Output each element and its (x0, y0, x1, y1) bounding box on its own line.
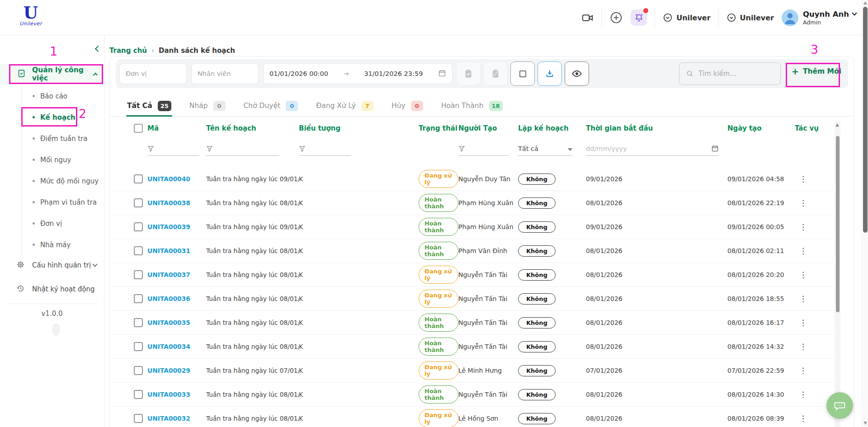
breadcrumb-home[interactable]: Trang chủ (109, 47, 147, 55)
plan-code-link[interactable]: UNITA00035 (147, 319, 206, 326)
plan-code-link[interactable]: UNITA00032 (147, 415, 206, 422)
download-button[interactable] (538, 61, 562, 86)
table-row[interactable]: UNITA00031 Tuần tra hằng ngày lúc 08/01/… (110, 239, 833, 263)
plan-code-link[interactable]: UNITA00029 (147, 367, 206, 374)
sidebar-item[interactable]: Đơn vị (22, 213, 104, 234)
row-checkbox[interactable] (134, 342, 143, 351)
plan-code-link[interactable]: UNITA00038 (147, 199, 206, 206)
plan-code-link[interactable]: UNITA00037 (147, 271, 206, 278)
calendar-icon[interactable] (438, 69, 446, 79)
sidebar-group-work-management[interactable]: Quản lý công việc (0, 64, 104, 84)
col-header-repeat[interactable]: Lặp kế hoạch (518, 124, 586, 132)
row-checkbox[interactable] (134, 390, 143, 399)
col-header-created[interactable]: Ngày tạo (727, 124, 795, 132)
sidebar-item[interactable]: Nhà máy (22, 234, 104, 255)
chat-fab-button[interactable] (826, 392, 853, 419)
sidebar-item[interactable]: Mối nguy (22, 149, 104, 170)
name-column-filter[interactable] (206, 139, 279, 156)
row-checkbox[interactable] (134, 174, 143, 183)
col-header-code[interactable]: Mã (147, 124, 206, 132)
col-header-name[interactable]: Tên kế hoạch (206, 124, 299, 132)
select-all-checkbox[interactable] (134, 124, 143, 133)
page-scrollbar-thumb[interactable] (863, 7, 868, 233)
row-checkbox[interactable] (134, 366, 143, 375)
user-menu[interactable]: Quynh Anh Admin (782, 9, 856, 26)
sidebar-item[interactable]: Điểm tuần tra (22, 128, 104, 149)
search-input[interactable]: Tìm kiếm... (679, 62, 781, 85)
sidebar-item-admin-config[interactable]: Cấu hình quản trị (0, 255, 104, 276)
kebab-menu-icon[interactable]: ⋮ (795, 246, 833, 255)
sidebar-item[interactable]: Mức độ mối nguy (22, 170, 104, 192)
kebab-menu-icon[interactable]: ⋮ (795, 366, 833, 375)
sidebar-item-activity-log[interactable]: Nhật ký hoạt động (0, 279, 104, 300)
plan-code-link[interactable]: UNITA00036 (147, 295, 206, 302)
table-scrollbar[interactable] (835, 122, 840, 427)
kebab-menu-icon[interactable]: ⋮ (795, 294, 833, 303)
kebab-menu-icon[interactable]: ⋮ (795, 198, 833, 207)
scroll-up-arrow-icon[interactable] (863, 1, 867, 5)
row-checkbox[interactable] (134, 246, 143, 255)
kebab-menu-icon[interactable]: ⋮ (795, 318, 833, 327)
sidebar-item[interactable]: Kế hoạch (22, 107, 104, 128)
col-header-icon[interactable]: Biểu tượng (299, 124, 419, 132)
page-scrollbar[interactable] (862, 0, 868, 427)
table-row[interactable]: UNITA00033 Tuần tra hằng ngày lúc 08/01/… (110, 383, 833, 407)
table-row[interactable]: UNITA00029 Tuần tra hằng ngày lúc 07/01/… (110, 359, 833, 383)
repeat-column-select[interactable]: Tất cả (518, 139, 572, 156)
row-checkbox[interactable] (134, 414, 143, 423)
kebab-menu-icon[interactable]: ⋮ (795, 342, 833, 351)
start-date-column-filter[interactable]: dd/mm/yyyy (586, 139, 719, 156)
employee-filter-input[interactable]: Nhân viên (191, 63, 259, 84)
table-row[interactable]: UNITA00040 Tuần tra hằng ngày lúc 09/01/… (110, 167, 833, 191)
date-range-input[interactable]: 01/01/2026 00:00 → 31/01/2026 23:59 (263, 63, 453, 84)
plan-code-link[interactable]: UNITA00033 (147, 391, 206, 398)
row-checkbox[interactable] (134, 318, 143, 327)
kebab-menu-icon[interactable]: ⋮ (795, 174, 833, 183)
select-mode-button[interactable] (510, 61, 535, 86)
org-selector-primary[interactable]: Unilever (663, 13, 710, 23)
table-row[interactable]: UNITA00035 Tuần tra hằng ngày lúc 08/01/… (110, 311, 833, 335)
kebab-menu-icon[interactable]: ⋮ (795, 270, 833, 279)
sidebar-item[interactable]: Phạm vi tuần tra (22, 192, 104, 213)
unit-filter-input[interactable]: Đơn vị (119, 63, 187, 84)
video-camera-icon[interactable] (581, 12, 594, 24)
table-row[interactable]: UNITA00036 Tuần tra hằng ngày lúc 08/01/… (110, 287, 833, 311)
status-tab[interactable]: Chờ Duyệt 0 (244, 95, 298, 116)
scroll-up-arrow-icon[interactable] (835, 123, 839, 127)
plan-code-link[interactable]: UNITA00039 (147, 223, 206, 230)
row-checkbox[interactable] (134, 294, 143, 303)
org-selector-secondary[interactable]: Unilever (726, 13, 774, 23)
sidebar-item[interactable]: Báo cáo (22, 85, 104, 107)
row-checkbox[interactable] (134, 222, 143, 231)
kebab-menu-icon[interactable]: ⋮ (795, 414, 833, 423)
table-row[interactable]: UNITA00039 Tuần tra hằng ngày lúc 09/01/… (110, 215, 833, 239)
status-tab[interactable]: Đang Xử Lý 7 (316, 95, 373, 116)
code-column-filter[interactable] (147, 139, 199, 156)
view-button[interactable] (565, 61, 589, 86)
status-tab[interactable]: Hủy 0 (392, 95, 423, 116)
icon-column-filter[interactable] (299, 139, 351, 156)
plus-circle-icon[interactable] (609, 11, 623, 24)
table-row[interactable]: UNITA00038 Tuần tra hằng ngày lúc 08/01/… (110, 191, 833, 215)
table-row[interactable]: UNITA00032 Tuần tra hằng ngày lúc 08/01/… (110, 407, 833, 427)
scroll-down-arrow-icon[interactable] (863, 422, 867, 425)
row-checkbox[interactable] (134, 270, 143, 279)
table-scrollbar-thumb[interactable] (836, 136, 840, 312)
add-new-button[interactable]: + Thêm Mới (792, 66, 841, 76)
col-header-creator[interactable]: Người Tạo (458, 124, 518, 132)
status-tab[interactable]: Tất Cả 25 (127, 95, 171, 116)
col-header-start[interactable]: Thời gian bắt đầu (586, 124, 727, 132)
collapse-sidebar-icon[interactable] (96, 45, 100, 52)
status-tab[interactable]: Nháp 0 (189, 95, 226, 116)
creator-column-filter[interactable] (458, 139, 509, 156)
plan-code-link[interactable]: UNITA00031 (147, 247, 206, 254)
kebab-menu-icon[interactable]: ⋮ (795, 222, 833, 231)
table-row[interactable]: UNITA00034 Tuần tra hằng ngày lúc 08/01/… (110, 335, 833, 359)
row-checkbox[interactable] (134, 198, 143, 207)
plan-code-link[interactable]: UNITA00040 (147, 175, 206, 183)
kebab-menu-icon[interactable]: ⋮ (795, 390, 833, 399)
col-header-status[interactable]: Trạng thái (419, 124, 458, 132)
status-tab[interactable]: Hoàn Thành 18 (441, 95, 503, 116)
notifications-button[interactable] (631, 9, 647, 26)
plan-code-link[interactable]: UNITA00034 (147, 343, 206, 350)
